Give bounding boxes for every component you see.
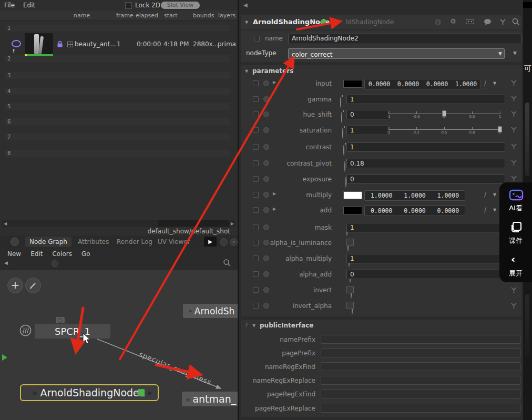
ng-menu-new[interactable]: New (7, 250, 21, 258)
scrollbar-thumb[interactable] (158, 220, 229, 227)
chevron-down-icon[interactable]: ▼ (493, 81, 496, 86)
back-arrow-icon[interactable]: ◀ (4, 260, 8, 265)
col-frame[interactable]: frame (116, 12, 134, 19)
slash-icon[interactable]: / (484, 191, 486, 198)
help-icon[interactable]: ? (245, 322, 248, 328)
param-field[interactable]: 1 (346, 126, 390, 135)
tab-attributes[interactable]: Attributes (74, 237, 113, 247)
slot-view-button[interactable]: Slot View (161, 2, 200, 9)
wrench-icon[interactable] (510, 110, 517, 117)
ng-menu-edit[interactable]: Edit (30, 250, 43, 258)
wrench-icon[interactable] (510, 286, 517, 293)
slot-row[interactable] (5, 150, 230, 157)
node-arnoldshadingnode2[interactable]: ▶ ArnoldShadingNode2 ▶ (20, 384, 159, 401)
value[interactable]: 0.0000 (426, 80, 448, 88)
nameRegExFind-field[interactable] (321, 362, 520, 371)
slash-icon[interactable]: / (484, 79, 486, 87)
monitor-hscrollbar[interactable]: ◀ ▶ (2, 220, 236, 227)
stopwatch-icon[interactable] (340, 97, 341, 108)
stopwatch-icon[interactable] (341, 112, 342, 123)
scroll-left-arrow[interactable]: ◀ (4, 221, 7, 226)
search-icon[interactable] (223, 259, 231, 267)
render-name[interactable]: beauty_ant... (75, 40, 116, 48)
wrench-icon[interactable] (510, 159, 517, 166)
slot-row[interactable] (5, 72, 230, 79)
panel-menu-icon[interactable] (11, 238, 19, 246)
courseware-button[interactable]: 课件 (499, 220, 532, 247)
col-name[interactable]: name (74, 12, 90, 19)
chevron-down-icon[interactable]: ▼ (498, 51, 502, 56)
slider-handle[interactable] (442, 110, 446, 117)
tab-render-log[interactable]: Render Log (112, 237, 157, 247)
value[interactable]: 0.0000 (404, 207, 426, 214)
slot-row[interactable] (5, 25, 230, 32)
param-field[interactable]: 0 (346, 270, 505, 279)
slot-row[interactable] (5, 103, 230, 110)
slider-handle[interactable] (498, 126, 502, 132)
lock-icon[interactable] (57, 40, 63, 47)
color-values[interactable]: 1.0000 1.0000 1.0000 (364, 190, 465, 201)
slot-row[interactable] (5, 118, 230, 125)
color-values[interactable]: 0.0000 0.0000 0.0000 (364, 206, 465, 216)
collapse-triangle-icon[interactable]: ▼ (245, 20, 248, 25)
ng-menu-colors[interactable]: Colors (52, 250, 72, 258)
param-field[interactable]: 0 (346, 175, 505, 184)
param-field[interactable]: 1 (346, 254, 505, 263)
add-node-button[interactable]: + (7, 278, 23, 293)
ai-view-button[interactable]: AI看 (499, 188, 532, 214)
col-start[interactable]: start (164, 12, 178, 19)
tab-node-graph[interactable]: Node Graph (25, 237, 71, 247)
pageRegExFind-field[interactable] (321, 390, 520, 398)
color-swatch[interactable] (343, 207, 362, 214)
param-checkbox[interactable] (346, 302, 354, 309)
slash-icon[interactable]: / (484, 206, 486, 213)
panel-pin-icon[interactable] (220, 238, 228, 246)
wrench-icon[interactable] (510, 302, 517, 309)
slot-row[interactable] (5, 134, 230, 140)
value[interactable]: 0.0000 (369, 80, 391, 88)
comment-icon[interactable] (484, 18, 492, 26)
wrench-icon[interactable] (510, 175, 517, 182)
value[interactable]: 0.0000 (397, 80, 420, 88)
filament-icon[interactable] (19, 324, 32, 336)
render-thumbnail[interactable] (25, 33, 53, 56)
value[interactable]: 1.0000 (455, 80, 477, 88)
param-field[interactable]: 0.18 (346, 159, 505, 168)
stopwatch-icon[interactable] (344, 161, 345, 172)
lock-2d-checkbox[interactable] (125, 2, 132, 9)
value[interactable]: 1.0000 (437, 192, 459, 199)
pagePrefix-field[interactable] (321, 349, 520, 357)
chevron-down-icon[interactable]: ▼ (493, 192, 496, 197)
nodegraph-canvas[interactable]: specular_roughness + ▶ ArnoldSh (0, 270, 238, 420)
ng-menu-go[interactable]: Go (81, 250, 90, 258)
chevron-down-icon[interactable]: ▼ (493, 208, 496, 212)
gear-icon[interactable]: ⚙ (450, 17, 456, 25)
value[interactable]: 0.0000 (371, 207, 393, 214)
col-elapsed[interactable]: elapsed (136, 12, 158, 19)
param-checkbox[interactable] (346, 239, 354, 246)
pageRegExReplace-field[interactable] (321, 404, 520, 413)
value[interactable]: 0.0000 (437, 207, 459, 214)
nodetype-dropdown[interactable]: color_correct ▼ (288, 48, 505, 59)
info-icon[interactable] (434, 18, 442, 26)
wrench-icon[interactable] (510, 95, 517, 102)
slot-row[interactable] (5, 88, 230, 95)
param-checkbox[interactable] (346, 286, 354, 293)
param-field[interactable]: 1 (346, 223, 505, 232)
edit-pen-button[interactable] (25, 278, 41, 293)
menu-file[interactable]: File (4, 2, 15, 9)
value[interactable]: 1.0000 (371, 192, 393, 199)
col-bounds[interactable]: bounds (193, 12, 214, 19)
value[interactable]: 1.0000 (404, 192, 426, 199)
chevron-down-icon[interactable]: ▼ (513, 50, 517, 56)
color-values[interactable]: 0.0000 0.0000 0.0000 1.0000 (364, 79, 481, 89)
hue-shift-slider[interactable]: -1 -0.5 0 0.5 1 (388, 109, 500, 119)
node-arnoldsh[interactable]: ▶ ArnoldSh (183, 304, 238, 318)
col-layers[interactable]: layers (218, 12, 236, 19)
panel-back-arrow[interactable]: ◀ (243, 2, 248, 8)
node-antman[interactable]: ▶ antman_ (182, 392, 238, 406)
saturation-slider[interactable]: 0 0.3 0.5 0.8 1 (388, 125, 500, 135)
wrench-icon[interactable] (510, 143, 517, 150)
param-field[interactable]: 0 (346, 110, 390, 119)
namePrefix-field[interactable] (321, 335, 520, 344)
